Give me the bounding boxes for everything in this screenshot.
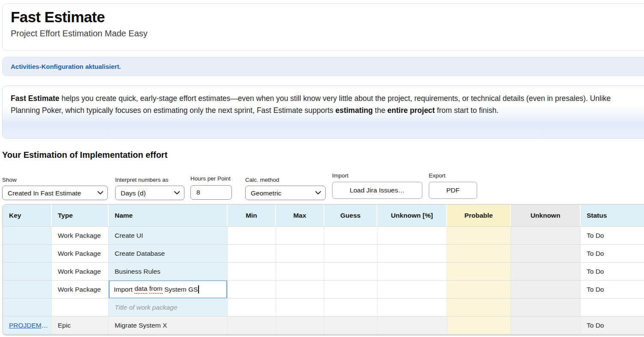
cell-probable [447, 226, 511, 244]
cell-unknown-pct [377, 316, 447, 334]
column-header-min: Min [228, 205, 276, 226]
intro-paragraph: Fast Estimate helps you create quick, ea… [11, 93, 639, 116]
cell-key [3, 280, 52, 298]
cell-min[interactable] [228, 280, 276, 298]
calc-method-select[interactable]: Geometric [245, 186, 326, 200]
export-label: Export [429, 172, 477, 179]
cell-max [276, 316, 324, 334]
column-header-unknown-pct: Unknown [%] [377, 205, 447, 226]
cell-key [3, 244, 52, 262]
app-subtitle: Project Effort Estimation Made Easy [11, 29, 644, 38]
cell-type[interactable] [52, 298, 109, 316]
intro-bold-entire-project: entire project [387, 106, 435, 115]
cell-type[interactable]: Epic [52, 316, 109, 334]
cell-min[interactable] [228, 226, 276, 244]
cell-status: To Do [581, 280, 644, 298]
column-header-key: Key [3, 205, 52, 226]
cell-unknown-pct[interactable] [377, 298, 447, 316]
intro-bold-product: Fast Estimate [11, 94, 59, 103]
name-input-text: System GS [163, 286, 198, 293]
export-control: Export PDF [429, 172, 477, 199]
show-control: Show Created In Fast Estimate [2, 177, 108, 200]
cell-status: To Do [581, 262, 644, 280]
cell-key: PROJDEM… [3, 316, 52, 334]
interpret-label: Interpret numbers as [115, 177, 184, 183]
cell-unknown-pct[interactable] [377, 280, 447, 298]
cell-guess[interactable] [324, 262, 377, 280]
interpret-select[interactable]: Days (d) [115, 186, 184, 200]
cell-type[interactable]: Work Package [52, 226, 109, 244]
section-title: Your Estimation of Implementation effort [2, 150, 167, 160]
cell-guess[interactable] [324, 226, 377, 244]
cell-key [3, 226, 52, 244]
cell-status: To Do [581, 316, 644, 334]
cell-status: To Do [581, 226, 644, 244]
estimation-table: Key Type Name Min Max Guess Unknown [%] … [2, 204, 644, 336]
cell-min [228, 316, 276, 334]
cell-type[interactable]: Work Package [52, 280, 109, 298]
column-header-status: Status [581, 205, 644, 226]
export-pdf-button[interactable]: PDF [429, 182, 477, 199]
hours-per-point-input[interactable] [190, 185, 232, 200]
misspelled-word: from [149, 285, 163, 294]
cell-min[interactable] [228, 244, 276, 262]
cell-probable [447, 244, 511, 262]
cell-unknown [511, 280, 581, 298]
column-header-probable: Probable [447, 205, 511, 226]
issue-key-link[interactable]: PROJDEM [9, 322, 42, 329]
cell-unknown-pct[interactable] [377, 226, 447, 244]
cell-unknown-pct[interactable] [377, 244, 447, 262]
cell-unknown [511, 244, 581, 262]
column-header-unknown: Unknown [511, 205, 581, 226]
hours-per-point-label: Hours per Point [190, 175, 232, 182]
column-header-guess: Guess [324, 205, 377, 226]
import-label: Import [332, 172, 422, 179]
cell-probable [447, 316, 511, 334]
cell-min[interactable] [228, 298, 276, 316]
cell-max[interactable] [276, 262, 324, 280]
key-truncation-ellipsis: … [42, 322, 48, 329]
cell-max[interactable] [276, 298, 324, 316]
intro-text-2: the [373, 106, 387, 115]
column-header-type: Type [52, 205, 109, 226]
cell-key [3, 298, 52, 316]
cell-name-placeholder[interactable]: Title of work package [109, 298, 228, 316]
cell-name[interactable]: Business Rules [109, 262, 228, 280]
cell-unknown [511, 298, 581, 316]
cell-status [581, 298, 644, 316]
notification-text: Activities-Konfiguration aktualisiert. [11, 63, 121, 70]
app-header: Fast Estimate Project Effort Estimation … [2, 3, 644, 51]
cell-max[interactable] [276, 244, 324, 262]
load-jira-issues-button[interactable]: Load Jira Issues… [332, 182, 422, 199]
cell-min[interactable] [228, 262, 276, 280]
cell-name[interactable]: Create UI [109, 226, 228, 244]
notification-banner: Activities-Konfiguration aktualisiert. [2, 57, 644, 76]
app-title: Fast Estimate [11, 9, 644, 26]
cell-max[interactable] [276, 280, 324, 298]
cell-name[interactable]: Create Database [109, 244, 228, 262]
cell-name-editing: Import data from System GS [109, 280, 228, 298]
cell-guess[interactable] [324, 280, 377, 298]
fast-estimate-page: Fast Estimate Project Effort Estimation … [0, 0, 644, 337]
calc-method-control: Calc. method Geometric [245, 177, 326, 200]
cell-guess[interactable] [324, 298, 377, 316]
cell-guess [324, 316, 377, 334]
cell-type[interactable]: Work Package [52, 262, 109, 280]
intro-bold-estimating: estimating [335, 106, 373, 115]
text-caret [198, 285, 199, 293]
intro-text-1: helps you create quick, early-stage effo… [11, 94, 611, 115]
cell-max[interactable] [276, 226, 324, 244]
cell-type[interactable]: Work Package [52, 244, 109, 262]
cell-unknown-pct[interactable] [377, 262, 447, 280]
column-header-name: Name [109, 205, 228, 226]
show-select[interactable]: Created In Fast Estimate [2, 186, 108, 200]
import-control: Import Load Jira Issues… [332, 172, 422, 199]
cell-guess[interactable] [324, 244, 377, 262]
cell-probable [447, 262, 511, 280]
intro-text-3: from start to finish. [435, 106, 499, 115]
cell-probable [447, 280, 511, 298]
cell-status: To Do [581, 244, 644, 262]
name-input[interactable]: Import data from System GS [109, 280, 228, 298]
cell-name[interactable]: Migrate System X [109, 316, 228, 334]
show-label: Show [2, 177, 108, 183]
